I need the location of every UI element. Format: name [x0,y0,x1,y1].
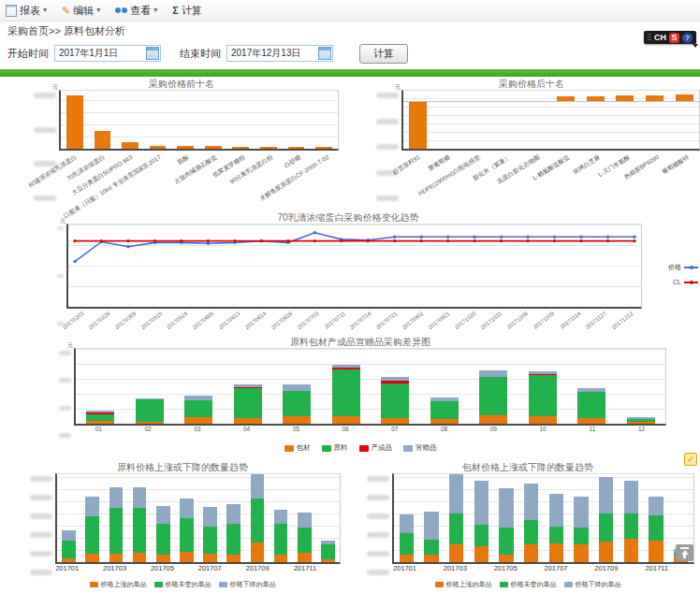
binoculars-icon [115,7,121,13]
chart-title: 原料价格上涨或下降的数量趋势 [24,462,341,472]
x-axis-labels: 80速溶浓缩乳清蛋白70乳清浓缩蛋白大豆分离蛋白SUPRO 663口服液（日服）… [59,151,339,203]
end-date-field [226,45,333,62]
y-axis-labels [54,224,66,328]
sogou-icon[interactable]: S [669,33,679,43]
chevron-down-icon: ▾ [153,7,157,14]
sigma-icon: Σ [172,5,179,16]
annotation-check-icon[interactable]: ✓ [684,453,697,466]
chart-title: 原料包材产成品宣赠品采购差异图 [54,337,666,347]
menu-view-label: 查看 [130,4,151,18]
menu-edit[interactable]: ✎ 编辑 ▾ [62,4,100,18]
packaging-legend: 价格上涨的单品价格未变的单品价格下降的单品 [361,580,694,589]
up-arrow-icon [680,547,689,549]
y-axis-unit: 元 [52,83,58,92]
pencil-icon: ✎ [62,6,70,16]
menu-report[interactable]: 报表 ▾ [6,4,47,18]
y-axis-unit: 元 [60,217,66,225]
filter-bar: 开始时间 结束时间 计算 [0,40,700,66]
start-date-field [54,45,161,62]
category-legend: 包材原料产成品宣赠品 [54,443,666,453]
chart-title: 采购价格前十名 [24,79,339,89]
ime-toolbar: CH S ? [644,31,696,44]
end-time-label: 结束时间 [180,47,221,61]
x-axis-labels: 201701201703201705201707201709201711 [392,564,694,575]
y-axis-unit: 元 [395,83,401,92]
calculate-button[interactable]: 计算 [359,44,408,64]
breadcrumb-home[interactable]: 采购首页 [7,25,49,36]
help-icon[interactable]: ? [682,33,693,43]
calendar-icon[interactable] [318,47,331,60]
trend-legend: 价格CL [644,263,698,285]
plot-area [392,473,694,564]
y-axis-labels [361,473,392,578]
report-icon [6,5,17,17]
chart-title: 包材价格上涨或下降的数量趋势 [361,462,694,472]
breadcrumb-current: 原料包材分析 [64,25,125,36]
dashboard-page: 报表 ▾ ✎ 编辑 ▾ 查看 ▾ Σ 计算 采购首页>> 原料包材分析 开始时间… [0,0,700,593]
ime-grip-icon[interactable] [648,34,651,42]
back-to-top-button[interactable] [676,544,693,561]
calendar-icon[interactable] [146,47,159,60]
ime-tail-icon [693,44,698,48]
start-time-label: 开始时间 [7,47,49,61]
plot-area: 元 [66,224,642,309]
chart-packaging-price-change: 包材价格上涨或下降的数量趋势 2017012017032017052017072… [361,462,694,589]
chart-title: 采购价格后十名 [363,79,700,89]
chart-category-diff: 原料包材产成品宣赠品采购差异图 元 0102030405060708091011… [54,337,666,453]
menu-calculate-label: 计算 [182,4,202,18]
menu-view[interactable]: 查看 ▾ [115,4,157,18]
menubar: 报表 ▾ ✎ 编辑 ▾ 查看 ▾ Σ 计算 [0,0,700,22]
chevron-down-icon: ▾ [43,7,47,14]
menu-calculate[interactable]: Σ 计算 [172,4,202,18]
menu-edit-label: 编辑 [73,4,94,18]
plot-area: 元 [401,90,700,151]
chart-material-price-change: 原料价格上涨或下降的数量趋势 2017012017032017052017072… [24,462,341,589]
chart-top10-prices: 采购价格前十名 元 80速溶浓缩乳清蛋白70乳清浓缩蛋白大豆分离蛋白SUPRO … [24,79,339,204]
y-axis-labels [363,90,401,204]
chevron-down-icon: ▾ [96,7,100,14]
y-axis-unit: 元 [67,341,73,350]
x-axis-labels: 201701201703201705201707201709201711 [55,564,341,575]
plot-area: 元 [59,90,339,151]
material-legend: 价格上涨的单品价格未变的单品价格下降的单品 [24,580,341,589]
divider-bar [0,69,700,77]
y-axis-labels [54,348,74,441]
menu-report-label: 报表 [20,4,40,18]
breadcrumb-separator: >> [49,25,61,36]
ime-language-label[interactable]: CH [654,33,666,42]
plot-area [55,473,341,564]
x-axis-labels: 2017020320170228201703092017051520170524… [66,309,642,327]
start-date-input[interactable] [54,45,161,62]
chart-price-trend: 70乳清浓缩蛋白采购价格变化趋势 元 201702032017022820170… [54,212,642,328]
breadcrumb: 采购首页>> 原料包材分析 [0,22,700,40]
y-axis-labels [24,473,55,578]
end-date-input[interactable] [226,45,333,62]
plot-area: 元 [74,348,666,426]
x-axis-labels: 010203040506070809101112 [74,426,666,437]
x-axis-labels: 赶货原料91聚葡萄糖HDPE(2900ml)白瓶电感垫膨化米（紫薯）高蛋白膨化谷… [401,151,700,203]
chart-title: 70乳清浓缩蛋白采购价格变化趋势 [54,212,642,223]
chart-bottom10-prices: 采购价格后十名 元 赶货原料91聚葡萄糖HDPE(2900ml)白瓶电感垫膨化米… [363,79,700,204]
